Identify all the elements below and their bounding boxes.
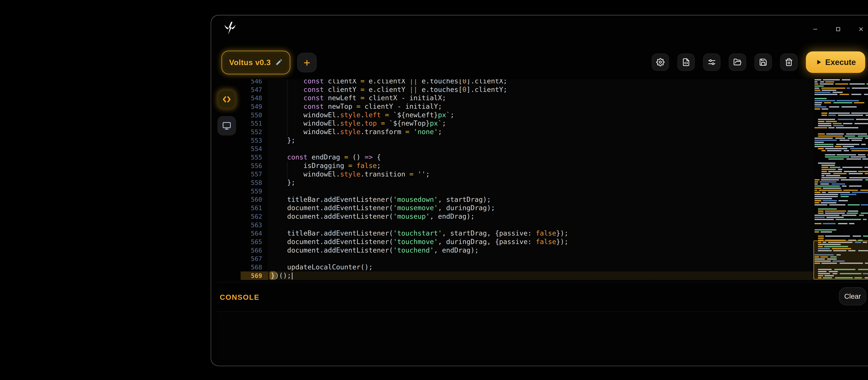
- code-row: 561 document.addEventListener('mousemove…: [241, 204, 813, 212]
- code-row: 548 const newLeft = clientX - initialX;: [241, 94, 813, 102]
- line-number: 547: [241, 85, 268, 94]
- monitor-icon: [222, 121, 231, 130]
- play-icon: [815, 59, 822, 66]
- settings-icon: [656, 58, 664, 66]
- sliders-button[interactable]: [703, 54, 720, 71]
- minimize-icon: [812, 26, 818, 32]
- titlebar[interactable]: [211, 15, 868, 42]
- code-line-text: })();: [268, 271, 292, 280]
- code-row: 560 titleBar.addEventListener('mousedown…: [241, 195, 813, 204]
- line-number: 569: [241, 271, 268, 280]
- view-sidebar: [217, 90, 236, 136]
- toolbar: Voltus v0.3 +: [211, 42, 868, 79]
- minimap-viewport[interactable]: [813, 240, 868, 280]
- sidebar-item-preview[interactable]: [217, 116, 236, 136]
- code-line-text: const endDrag = () => {: [268, 153, 381, 162]
- app-window: Voltus v0.3 +: [211, 15, 868, 366]
- code-icon: [222, 94, 231, 104]
- indent-guide: [287, 170, 287, 179]
- line-number: 562: [241, 212, 268, 221]
- line-number: 558: [241, 178, 268, 187]
- sliders-icon: [708, 58, 716, 66]
- indent-guide: [287, 94, 287, 102]
- code-line-text: windowEl.style.transition = '';: [268, 170, 430, 179]
- code-line-text: const newLeft = clientX - initialX;: [268, 94, 446, 102]
- file-code-button[interactable]: [677, 54, 695, 71]
- voltus-logo-icon: [224, 21, 236, 36]
- delete-button[interactable]: [780, 54, 798, 71]
- indent-guide: [287, 79, 287, 85]
- toolbar-actions: Execute: [652, 51, 865, 73]
- code-line-text: titleBar.addEventListener('mousedown', s…: [268, 195, 491, 204]
- code-line-text: updateLocalCounter();: [268, 263, 373, 271]
- execute-button[interactable]: Execute: [806, 51, 865, 73]
- open-folder-button[interactable]: [729, 54, 746, 71]
- code-line-text: document.addEventListener('touchend', en…: [268, 246, 479, 255]
- line-number: 567: [241, 255, 268, 263]
- pencil-icon: [275, 59, 283, 66]
- close-button[interactable]: [856, 24, 867, 35]
- line-number: 554: [241, 145, 268, 153]
- line-number: 548: [241, 94, 268, 102]
- code-row: 557 windowEl.style.transition = '';: [241, 170, 813, 179]
- code-row: 554: [241, 145, 813, 153]
- code-row: 566 document.addEventListener('touchend'…: [241, 246, 813, 255]
- new-tab-button[interactable]: +: [297, 53, 317, 72]
- line-number: 551: [241, 119, 268, 128]
- code-line-text: };: [268, 178, 295, 187]
- line-number: 556: [241, 162, 268, 170]
- line-number: 560: [241, 195, 268, 204]
- indent-guide: [287, 162, 287, 170]
- code-line-text: const clientY = e.clientY || e.touches[0…: [268, 85, 507, 94]
- code-line-text: windowEl.style.top = `${newTop}px`;: [268, 119, 446, 128]
- code-line-text: const newTop = clientY - initialY;: [268, 102, 442, 111]
- minimap[interactable]: [813, 79, 868, 281]
- code-row: 549 const newTop = clientY - initialY;: [241, 102, 813, 111]
- indent-guide: [287, 119, 287, 128]
- trash-icon: [785, 58, 793, 66]
- line-number: 563: [241, 221, 268, 229]
- indent-guide: [287, 85, 287, 94]
- code-row: 555 const endDrag = () => {: [241, 153, 813, 162]
- code-line-text: document.addEventListener('touchmove', d…: [268, 238, 568, 246]
- code-row: 567: [241, 255, 813, 263]
- code-rows: 546 const clientX = e.clientX || e.touch…: [241, 79, 813, 280]
- code-row: 551 windowEl.style.top = `${newTop}px`;: [241, 119, 813, 128]
- code-row: 559: [241, 187, 813, 195]
- clear-button[interactable]: Clear: [839, 287, 866, 305]
- minimize-button[interactable]: [810, 24, 821, 35]
- code-row: 564 titleBar.addEventListener('touchstar…: [241, 229, 813, 238]
- code-row: 547 const clientY = e.clientY || e.touch…: [241, 85, 813, 94]
- line-number: 546: [241, 79, 268, 85]
- line-number: 566: [241, 246, 268, 255]
- indent-guide: [287, 111, 287, 119]
- close-icon: [858, 26, 864, 32]
- code-row: 552 windowEl.style.transform = 'none';: [241, 128, 813, 136]
- line-number: 561: [241, 204, 268, 212]
- tab-label: Voltus v0.3: [229, 58, 271, 67]
- code-editor[interactable]: 546 const clientX = e.clientX || e.touch…: [241, 79, 868, 281]
- code-row: 568 updateLocalCounter();: [241, 263, 813, 271]
- tab-voltus[interactable]: Voltus v0.3: [221, 51, 290, 74]
- text-caret: [292, 272, 292, 280]
- console-output: [217, 312, 868, 360]
- code-line-text: };: [268, 136, 295, 145]
- settings-button[interactable]: [652, 54, 669, 71]
- code-row: 550 windowEl.style.left = `${newLeft}px`…: [241, 111, 813, 119]
- console-panel: CONSOLE Clear: [217, 283, 868, 360]
- indent-guide: [287, 128, 287, 136]
- sidebar-item-code-view[interactable]: [217, 90, 236, 109]
- code-row: 556 isDragging = false;: [241, 162, 813, 170]
- line-number: 550: [241, 111, 268, 119]
- window-controls: [810, 24, 867, 35]
- code-line-text: titleBar.addEventListener('touchstart', …: [268, 229, 568, 238]
- save-button[interactable]: [754, 54, 772, 71]
- code-line-text: isDragging = false;: [268, 162, 381, 170]
- desktop-background: Voltus v0.3 +: [0, 0, 868, 380]
- line-number: 552: [241, 128, 268, 136]
- folder-open-icon: [733, 58, 742, 66]
- code-line-text: windowEl.style.transform = 'none';: [268, 128, 442, 136]
- code-row: 546 const clientX = e.clientX || e.touch…: [241, 79, 813, 85]
- maximize-button[interactable]: [833, 24, 844, 35]
- line-number: 549: [241, 102, 268, 111]
